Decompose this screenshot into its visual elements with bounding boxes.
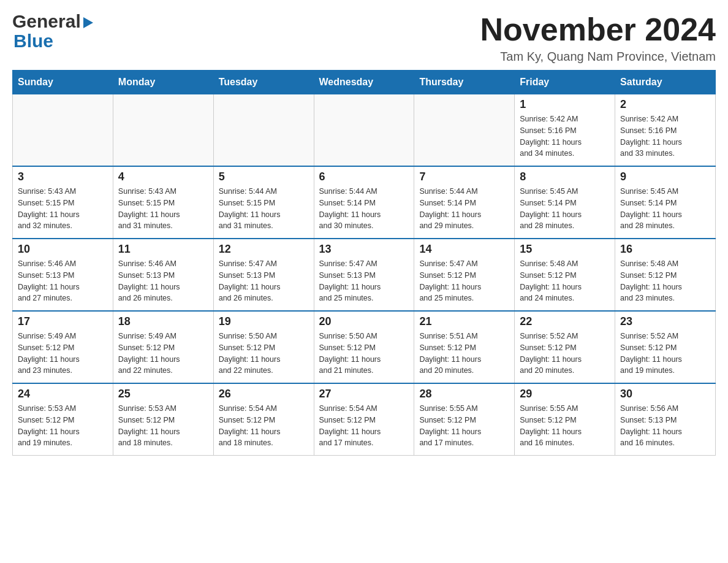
calendar-cell: 27Sunrise: 5:54 AMSunset: 5:12 PMDayligh…: [314, 383, 414, 456]
day-header-thursday: Thursday: [414, 71, 515, 94]
calendar-cell: 3Sunrise: 5:43 AMSunset: 5:15 PMDaylight…: [13, 166, 113, 239]
calendar-week-1: 1Sunrise: 5:42 AMSunset: 5:16 PMDaylight…: [13, 94, 716, 167]
day-info: Sunrise: 5:46 AMSunset: 5:13 PMDaylight:…: [18, 258, 108, 304]
calendar-cell: 30Sunrise: 5:56 AMSunset: 5:13 PMDayligh…: [615, 383, 716, 456]
calendar-cell: 24Sunrise: 5:53 AMSunset: 5:12 PMDayligh…: [13, 383, 113, 456]
calendar-cell: 12Sunrise: 5:47 AMSunset: 5:13 PMDayligh…: [213, 239, 314, 311]
day-info: Sunrise: 5:48 AMSunset: 5:12 PMDaylight:…: [520, 258, 610, 304]
day-info: Sunrise: 5:47 AMSunset: 5:12 PMDaylight:…: [419, 258, 509, 304]
day-header-monday: Monday: [113, 71, 213, 94]
day-number: 10: [18, 243, 108, 256]
calendar-cell: 21Sunrise: 5:51 AMSunset: 5:12 PMDayligh…: [414, 311, 515, 383]
day-info: Sunrise: 5:42 AMSunset: 5:16 PMDaylight:…: [620, 113, 710, 159]
day-number: 27: [319, 388, 409, 400]
day-info: Sunrise: 5:44 AMSunset: 5:14 PMDaylight:…: [319, 186, 409, 232]
calendar-cell: 19Sunrise: 5:50 AMSunset: 5:12 PMDayligh…: [213, 311, 314, 383]
month-title: November 2024: [480, 12, 716, 47]
day-number: 17: [18, 315, 108, 328]
calendar-cell: 25Sunrise: 5:53 AMSunset: 5:12 PMDayligh…: [113, 383, 213, 456]
day-info: Sunrise: 5:54 AMSunset: 5:12 PMDaylight:…: [319, 403, 409, 449]
day-number: 16: [620, 243, 710, 256]
calendar-cell: 22Sunrise: 5:52 AMSunset: 5:12 PMDayligh…: [515, 311, 615, 383]
day-info: Sunrise: 5:52 AMSunset: 5:12 PMDaylight:…: [620, 331, 710, 377]
day-info: Sunrise: 5:45 AMSunset: 5:14 PMDaylight:…: [520, 186, 610, 232]
day-info: Sunrise: 5:50 AMSunset: 5:12 PMDaylight:…: [319, 331, 409, 377]
calendar-cell: 11Sunrise: 5:46 AMSunset: 5:13 PMDayligh…: [113, 239, 213, 311]
title-section: November 2024 Tam Ky, Quang Nam Province…: [480, 12, 716, 64]
day-number: 19: [219, 315, 309, 328]
day-header-tuesday: Tuesday: [213, 71, 314, 94]
calendar-cell: 14Sunrise: 5:47 AMSunset: 5:12 PMDayligh…: [414, 239, 515, 311]
calendar-cell: 9Sunrise: 5:45 AMSunset: 5:14 PMDaylight…: [615, 166, 716, 239]
day-info: Sunrise: 5:47 AMSunset: 5:13 PMDaylight:…: [219, 258, 309, 304]
day-info: Sunrise: 5:45 AMSunset: 5:14 PMDaylight:…: [620, 186, 710, 232]
day-header-wednesday: Wednesday: [314, 71, 414, 94]
calendar-week-2: 3Sunrise: 5:43 AMSunset: 5:15 PMDaylight…: [13, 166, 716, 239]
day-info: Sunrise: 5:51 AMSunset: 5:12 PMDaylight:…: [419, 331, 509, 377]
day-number: 22: [520, 315, 610, 328]
logo-general: General: [12, 12, 81, 31]
calendar-cell: 8Sunrise: 5:45 AMSunset: 5:14 PMDaylight…: [515, 166, 615, 239]
calendar-cell: 13Sunrise: 5:47 AMSunset: 5:13 PMDayligh…: [314, 239, 414, 311]
calendar-week-4: 17Sunrise: 5:49 AMSunset: 5:12 PMDayligh…: [13, 311, 716, 383]
day-number: 5: [219, 170, 309, 183]
calendar-cell: [113, 94, 213, 167]
day-info: Sunrise: 5:49 AMSunset: 5:12 PMDaylight:…: [118, 331, 208, 377]
day-info: Sunrise: 5:43 AMSunset: 5:15 PMDaylight:…: [118, 186, 208, 232]
day-info: Sunrise: 5:53 AMSunset: 5:12 PMDaylight:…: [118, 403, 208, 449]
calendar-cell: 29Sunrise: 5:55 AMSunset: 5:12 PMDayligh…: [515, 383, 615, 456]
day-info: Sunrise: 5:50 AMSunset: 5:12 PMDaylight:…: [219, 331, 309, 377]
calendar-cell: 15Sunrise: 5:48 AMSunset: 5:12 PMDayligh…: [515, 239, 615, 311]
day-number: 30: [620, 388, 710, 400]
day-info: Sunrise: 5:54 AMSunset: 5:12 PMDaylight:…: [219, 403, 309, 449]
calendar-header-row: SundayMondayTuesdayWednesdayThursdayFrid…: [13, 71, 716, 94]
calendar-cell: 16Sunrise: 5:48 AMSunset: 5:12 PMDayligh…: [615, 239, 716, 311]
calendar-cell: 20Sunrise: 5:50 AMSunset: 5:12 PMDayligh…: [314, 311, 414, 383]
day-info: Sunrise: 5:55 AMSunset: 5:12 PMDaylight:…: [520, 403, 610, 449]
day-info: Sunrise: 5:44 AMSunset: 5:14 PMDaylight:…: [419, 186, 509, 232]
calendar-cell: [314, 94, 414, 167]
calendar-cell: 7Sunrise: 5:44 AMSunset: 5:14 PMDaylight…: [414, 166, 515, 239]
day-header-saturday: Saturday: [615, 71, 716, 94]
calendar-cell: [414, 94, 515, 167]
day-info: Sunrise: 5:56 AMSunset: 5:13 PMDaylight:…: [620, 403, 710, 449]
calendar-week-5: 24Sunrise: 5:53 AMSunset: 5:12 PMDayligh…: [13, 383, 716, 456]
day-info: Sunrise: 5:48 AMSunset: 5:12 PMDaylight:…: [620, 258, 710, 304]
day-number: 18: [118, 315, 208, 328]
calendar-cell: 4Sunrise: 5:43 AMSunset: 5:15 PMDaylight…: [113, 166, 213, 239]
day-info: Sunrise: 5:52 AMSunset: 5:12 PMDaylight:…: [520, 331, 610, 377]
day-number: 9: [620, 170, 710, 183]
calendar-cell: [13, 94, 113, 167]
location-subtitle: Tam Ky, Quang Nam Province, Vietnam: [480, 50, 716, 64]
calendar-cell: [213, 94, 314, 167]
logo-blue: Blue: [13, 31, 53, 51]
day-number: 11: [118, 243, 208, 256]
calendar-cell: 26Sunrise: 5:54 AMSunset: 5:12 PMDayligh…: [213, 383, 314, 456]
day-number: 6: [319, 170, 409, 183]
day-number: 28: [419, 388, 509, 400]
day-number: 23: [620, 315, 710, 328]
calendar-cell: 1Sunrise: 5:42 AMSunset: 5:16 PMDaylight…: [515, 94, 615, 167]
day-info: Sunrise: 5:42 AMSunset: 5:16 PMDaylight:…: [520, 113, 610, 159]
day-number: 13: [319, 243, 409, 256]
calendar-cell: 17Sunrise: 5:49 AMSunset: 5:12 PMDayligh…: [13, 311, 113, 383]
day-number: 26: [219, 388, 309, 400]
logo: General Blue: [12, 12, 93, 52]
day-header-friday: Friday: [515, 71, 615, 94]
day-number: 1: [520, 98, 610, 111]
day-number: 25: [118, 388, 208, 400]
day-number: 8: [520, 170, 610, 183]
page-header: General Blue November 2024 Tam Ky, Quang…: [12, 12, 716, 64]
day-info: Sunrise: 5:49 AMSunset: 5:12 PMDaylight:…: [18, 331, 108, 377]
day-number: 15: [520, 243, 610, 256]
day-number: 20: [319, 315, 409, 328]
day-number: 21: [419, 315, 509, 328]
day-number: 14: [419, 243, 509, 256]
day-number: 2: [620, 98, 710, 111]
day-info: Sunrise: 5:43 AMSunset: 5:15 PMDaylight:…: [18, 186, 108, 232]
calendar-cell: 23Sunrise: 5:52 AMSunset: 5:12 PMDayligh…: [615, 311, 716, 383]
logo-triangle-icon: [83, 17, 93, 28]
calendar-table: SundayMondayTuesdayWednesdayThursdayFrid…: [12, 70, 716, 456]
calendar-cell: 6Sunrise: 5:44 AMSunset: 5:14 PMDaylight…: [314, 166, 414, 239]
day-number: 3: [18, 170, 108, 183]
